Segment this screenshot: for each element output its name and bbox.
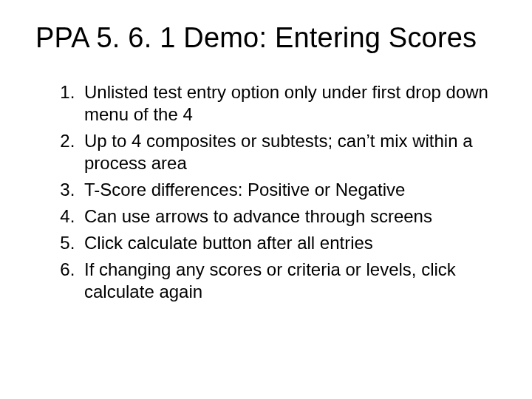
slide-title: PPA 5. 6. 1 Demo: Entering Scores <box>35 22 497 55</box>
points-list: Unlisted test entry option only under fi… <box>35 81 497 303</box>
slide: PPA 5. 6. 1 Demo: Entering Scores Unlist… <box>0 0 532 399</box>
list-item: Can use arrows to advance through screen… <box>80 205 497 228</box>
list-item: If changing any scores or criteria or le… <box>80 259 497 303</box>
list-item: Unlisted test entry option only under fi… <box>80 81 497 126</box>
list-item: Up to 4 composites or subtests; can’t mi… <box>80 130 497 174</box>
list-item: Click calculate button after all entries <box>80 232 497 254</box>
list-item: T-Score differences: Positive or Negativ… <box>80 179 497 201</box>
